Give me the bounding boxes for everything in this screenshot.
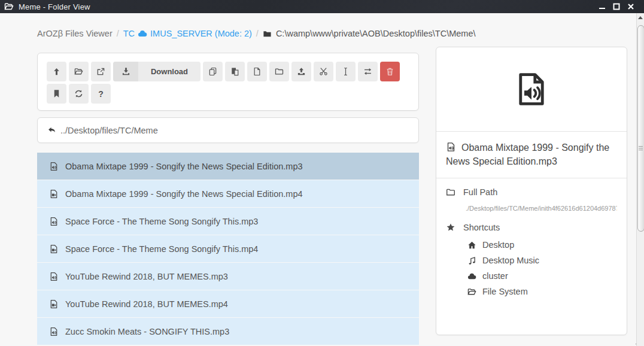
cut-button[interactable] — [314, 62, 333, 81]
preview-file-name: Obama Mixtape 1999 - Songify the News Sp… — [446, 142, 609, 166]
scrollbar-up-arrow-icon[interactable] — [637, 13, 644, 22]
breadcrumb-app[interactable]: ArOZβ Files Viewer — [37, 29, 113, 38]
file-name: Zucc Smokin Meats - SONGIFY THIS.mp3 — [65, 327, 229, 336]
refresh-button[interactable] — [69, 84, 89, 104]
file-name: Obama Mixtape 1999 - Songify the News Sp… — [65, 189, 303, 199]
music-icon — [467, 256, 476, 265]
toolbar: Download ? — [37, 53, 419, 111]
shortcut-item-cluster[interactable]: cluster — [467, 271, 617, 281]
upload-icon — [297, 67, 306, 76]
close-icon[interactable] — [627, 3, 634, 11]
file-audio-icon — [49, 217, 59, 226]
file-row[interactable]: Space Force - The Theme Song Songify Thi… — [37, 235, 419, 262]
home-icon — [467, 241, 476, 250]
question-icon: ? — [98, 89, 104, 99]
file-row[interactable]: YouTube Rewind 2018, BUT MEMES.mp4 — [37, 290, 419, 317]
breadcrumb-separator: / — [256, 29, 259, 38]
window-title: Meme - Folder View — [19, 2, 90, 11]
new-file-button[interactable] — [247, 62, 267, 81]
bookmark-button[interactable] — [47, 84, 66, 104]
maximize-icon[interactable] — [612, 3, 620, 11]
download-button[interactable]: Download — [113, 62, 201, 81]
preview-image-area — [436, 47, 627, 132]
file-icon — [253, 67, 262, 76]
i-cursor-icon — [341, 67, 350, 76]
audio-file-icon — [513, 71, 550, 108]
scrollbar-grip — [639, 145, 643, 151]
copy-button[interactable] — [203, 62, 223, 81]
bookmark-icon — [52, 89, 61, 98]
folder-outline-icon — [446, 187, 455, 197]
file-video-icon — [49, 189, 59, 199]
breadcrumb-current-path: C:\wamp\www\private\AOB\Desktop\files\TC… — [263, 29, 476, 38]
path-bar[interactable]: ../Desktop/files/TC/Meme — [37, 117, 419, 143]
help-button[interactable]: ? — [91, 84, 111, 104]
full-path-value: ./Desktop/files/TC/Meme/inith4f62616d612… — [466, 205, 617, 212]
file-name: YouTube Rewind 2018, BUT MEMES.mp3 — [65, 272, 228, 281]
scrollbar-thumb[interactable] — [637, 25, 644, 232]
star-icon — [446, 223, 455, 232]
shortcuts-label: Shortcuts — [463, 223, 500, 232]
folder-icon — [263, 29, 272, 38]
shortcut-item-desktop-music[interactable]: Desktop Music — [467, 256, 617, 265]
rename-button[interactable] — [336, 62, 356, 81]
download-segment — [113, 62, 138, 81]
shortcut-label: cluster — [482, 271, 508, 281]
minimize-icon[interactable] — [598, 3, 606, 11]
shortcut-item-desktop[interactable]: Desktop — [467, 240, 617, 250]
preview-file-title: Obama Mixtape 1999 - Songify the News Sp… — [436, 132, 627, 178]
open-button[interactable] — [69, 62, 89, 81]
folder-open-icon — [74, 67, 83, 76]
new-folder-button[interactable] — [269, 62, 289, 81]
file-row[interactable]: Obama Mixtape 1999 - Songify the News Sp… — [37, 180, 419, 207]
file-row[interactable]: YouTube Rewind 2018, BUT MEMES.mp3 — [37, 263, 419, 290]
shortcut-list: DesktopDesktop MusicclusterFile System — [467, 240, 617, 296]
paste-icon — [230, 67, 239, 76]
window-titlebar: Meme - Folder View — [0, 0, 644, 13]
file-audio-icon — [49, 272, 59, 281]
upload-button[interactable] — [291, 62, 311, 81]
arrow-up-icon — [52, 67, 61, 76]
breadcrumb-server[interactable]: TC IMUS_SERVER (Mode: 2) — [123, 29, 252, 38]
toolbar-row-1: Download — [47, 62, 409, 81]
up-button[interactable] — [47, 62, 66, 81]
download-label: Download — [138, 67, 201, 76]
file-list: Obama Mixtape 1999 - Songify the News Sp… — [37, 153, 419, 345]
copy-icon — [208, 67, 217, 76]
file-video-icon — [49, 244, 59, 254]
exchange-icon — [363, 67, 372, 76]
file-name: Space Force - The Theme Song Songify Thi… — [65, 217, 258, 226]
breadcrumb: ArOZβ Files Viewer / TC IMUS_SERVER (Mod… — [37, 29, 475, 38]
file-row[interactable]: Zucc Smokin Meats - SONGIFY THIS.mp3 — [37, 318, 419, 345]
file-row[interactable]: Obama Mixtape 1999 - Songify the News Sp… — [37, 153, 419, 180]
vertical-scrollbar[interactable] — [636, 13, 644, 346]
preview-details: Full Path ./Desktop/files/TC/Meme/inith4… — [436, 178, 627, 311]
breadcrumb-separator: / — [117, 29, 119, 38]
breadcrumb-server-name: IMUS_SERVER (Mode: 2) — [150, 29, 252, 38]
move-button[interactable] — [358, 62, 378, 81]
preview-panel: Obama Mixtape 1999 - Songify the News Sp… — [436, 47, 627, 335]
folder-icon — [275, 67, 284, 76]
trash-icon — [385, 67, 394, 76]
shortcut-item-file-system[interactable]: File System — [467, 287, 617, 296]
refresh-icon — [74, 89, 83, 98]
shortcut-label: Desktop — [482, 240, 514, 250]
shortcut-label: File System — [482, 287, 528, 296]
shortcut-label: Desktop Music — [482, 256, 539, 265]
file-video-icon — [49, 299, 59, 309]
toolbar-row-2: ? — [47, 84, 409, 104]
breadcrumb-server-prefix: TC — [123, 29, 135, 38]
file-audio-icon — [49, 327, 59, 336]
file-name: Obama Mixtape 1999 - Songify the News Sp… — [65, 162, 303, 171]
file-row[interactable]: Space Force - The Theme Song Songify Thi… — [37, 208, 419, 235]
full-path-section-header: Full Path — [446, 187, 617, 197]
cloud-icon — [138, 29, 147, 38]
folder-open-icon — [4, 2, 14, 11]
delete-button[interactable] — [380, 62, 400, 81]
audio-file-icon — [446, 142, 456, 152]
paste-button[interactable] — [225, 62, 245, 81]
cloud-icon — [467, 272, 476, 281]
path-bar-text: ../Desktop/files/TC/Meme — [60, 126, 158, 135]
folder-open-icon — [467, 287, 476, 296]
open-external-button[interactable] — [91, 62, 111, 81]
